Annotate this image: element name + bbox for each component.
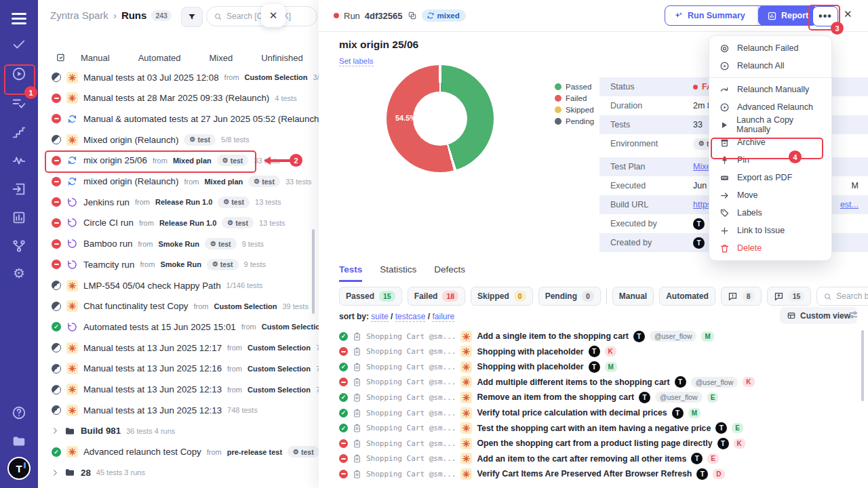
run-list-item[interactable]: Jenkins runfrom Release Run 1.0⚙test13 t… — [38, 192, 319, 211]
close-runs-panel-button[interactable]: ✕ — [261, 4, 285, 27]
run-list-item[interactable]: ✓Automated tests at 15 Jun 2025 15:01fro… — [38, 317, 319, 336]
chevron-right-icon[interactable] — [52, 469, 59, 476]
test-row[interactable]: ✓ Shopping Cart @sm... Test the shopping… — [339, 422, 854, 435]
test-row[interactable]: ✓ Shopping Cart @sm... Add a single item… — [339, 329, 854, 343]
run-list-item[interactable]: Manual & automated tests at 27 Jun 2025 … — [38, 109, 319, 128]
run-list-item[interactable]: mix origin 25/06from Mixed plan⚙test33 t… — [38, 151, 319, 170]
run-list-item[interactable]: ✓Advanced relaunch test Copyfrom pre-rel… — [38, 443, 319, 462]
copy-icon[interactable] — [408, 11, 417, 20]
menu-item-pin[interactable]: Pin — [709, 151, 831, 169]
menu-item-export-as-pdf[interactable]: PDFExport as PDF — [709, 169, 831, 186]
check-icon[interactable] — [10, 35, 28, 53]
avatar: T — [691, 453, 703, 464]
run-list-item[interactable]: 28 45 tests 3 runs — [38, 463, 319, 482]
set-labels-link[interactable]: Set labels — [339, 57, 374, 66]
runs-tab-mixed[interactable]: Mixed — [210, 53, 233, 63]
run-list-item[interactable]: Bamboo runfrom Smoke Run⚙test9 tests — [38, 235, 319, 253]
test-row[interactable]: ✓ Shopping Cart @sm... Remove an item fr… — [339, 390, 854, 404]
run-list-item[interactable]: Manual tests at 13 Jun 2025 12:13from Cu… — [38, 380, 319, 399]
sort-by-failure[interactable]: failure — [432, 312, 454, 322]
filter-pending[interactable]: Pending0 — [538, 287, 601, 306]
legend-item: Passed — [555, 83, 594, 91]
sort-by-testcase[interactable]: testcase — [395, 312, 426, 322]
runs-tab-automated[interactable]: Automated — [138, 53, 181, 63]
column-settings-icon[interactable] — [848, 309, 859, 321]
menu-item-advanced-relaunch[interactable]: Advanced Relaunch — [709, 98, 831, 116]
filter-automated[interactable]: Automated — [659, 287, 715, 306]
test-row[interactable]: ✓ Shopping Cart @sm... Shopping with pla… — [339, 360, 854, 373]
filter-skipped[interactable]: Skipped0 — [471, 287, 533, 306]
passed-icon: ✓ — [339, 393, 348, 402]
chevron-right-icon[interactable] — [52, 427, 59, 434]
test-row[interactable]: Shopping Cart @sm... Add multiple differ… — [339, 375, 854, 389]
filter-msg-plus[interactable]: 15 — [767, 287, 812, 306]
test-row[interactable]: ✓ Shopping Cart @sm... Verify total pric… — [339, 406, 854, 420]
filter-button[interactable] — [181, 7, 203, 27]
menu-item-relaunch-manually[interactable]: Relaunch Manually — [709, 81, 831, 98]
run-list-item[interactable]: Circle CI runfrom Release Run 1.0⚙test13… — [38, 214, 319, 232]
menu-item-relaunch-failed[interactable]: Relaunch Failed — [709, 39, 831, 57]
play-circle-icon[interactable] — [10, 65, 28, 83]
close-run-detail-button[interactable]: ✕ — [844, 8, 852, 20]
tests-scrollbar[interactable] — [861, 330, 864, 401]
breadcrumb-app[interactable]: Zyntra Spark — [50, 9, 108, 21]
run-list-item[interactable]: mixed origin (Relaunch)from Mixed plan⚙t… — [38, 172, 319, 191]
run-type-chip[interactable]: mixed — [422, 9, 466, 22]
bar-chart-icon[interactable] — [10, 209, 28, 226]
tab-defects[interactable]: Defects — [434, 264, 465, 282]
filter-manual[interactable]: Manual — [612, 287, 654, 306]
select-runs-icon[interactable] — [56, 52, 66, 63]
menu-item-labels[interactable]: Labels — [709, 204, 831, 222]
run-list-item[interactable]: Teamcity runfrom Smoke Run⚙test9 tests — [38, 255, 319, 274]
runs-tab-unfinished[interactable]: Unfinished — [261, 53, 302, 63]
suite-name: Shopping Cart @sm... — [366, 424, 456, 432]
filter-msg-excl[interactable]: 8 — [721, 287, 762, 306]
menu-item-relaunch-all[interactable]: Relaunch All — [709, 57, 831, 75]
folder-icon[interactable] — [10, 432, 28, 450]
run-list-item[interactable]: Manual tests at 13 Jun 2025 12:16from Cu… — [38, 359, 319, 378]
filter-failed[interactable]: Failed18 — [408, 287, 465, 306]
list-check-icon[interactable] — [10, 95, 28, 113]
menu-item-launch-a-copy-manually[interactable]: Launch a Copy Manually — [709, 116, 831, 134]
sparkle-icon — [673, 11, 684, 21]
avatar[interactable]: T — [7, 457, 31, 480]
test-row[interactable]: Shopping Cart @sm... Add an item to the … — [339, 452, 854, 466]
sort-by-suite[interactable]: suite — [371, 312, 388, 322]
menu-item-archive[interactable]: Archive — [709, 134, 831, 151]
run-list-item[interactable]: Manual tests at 13 Jun 2025 12:17from Cu… — [38, 338, 319, 357]
sign-in-icon[interactable] — [10, 180, 28, 198]
gear-icon[interactable]: ⚙ — [10, 264, 28, 282]
hamburger-menu-icon[interactable] — [10, 9, 28, 27]
run-list-item[interactable]: Mixed origin (Relaunch)⚙test5/8 tests — [38, 130, 319, 149]
filter-passed[interactable]: Passed15 — [339, 287, 402, 306]
run-more-actions-button[interactable]: ••• — [812, 6, 838, 26]
menu-item-move[interactable]: Move — [709, 186, 831, 204]
run-list-item[interactable]: Manual tests at 28 Mar 2025 09:33 (Relau… — [38, 89, 319, 108]
custom-view-button[interactable]: Custom view — [780, 307, 857, 324]
runs-tab-manual[interactable]: Manual — [81, 53, 110, 63]
test-row[interactable]: Shopping Cart @sm... Shopping with place… — [339, 345, 854, 359]
run-list-item[interactable]: Chat functinality test Copyfrom Custom S… — [38, 297, 319, 316]
manual-run-icon — [460, 422, 472, 434]
tests-tabs: TestsStatisticsDefects — [339, 264, 465, 282]
test-row[interactable]: Shopping Cart @sm... Verify Cart Items A… — [339, 467, 854, 481]
test-title: Remove an item from the shopping cart — [477, 392, 634, 402]
tab-tests[interactable]: Tests — [339, 264, 362, 282]
tests-search-input[interactable]: Search by title/mes — [816, 287, 868, 306]
tab-statistics[interactable]: Statistics — [380, 264, 416, 282]
steps-icon[interactable] — [10, 123, 28, 141]
pdf-icon: PDF — [719, 173, 730, 183]
pulse-icon[interactable] — [10, 152, 28, 169]
menu-item-link-to-issue[interactable]: Link to Issue — [709, 222, 831, 239]
menu-item-delete[interactable]: Delete — [709, 239, 831, 257]
run-list-item[interactable]: Build 981 36 tests 4 runs — [38, 422, 319, 441]
run-list-item[interactable]: Manual tests at 03 Jul 2025 12:08from Cu… — [38, 68, 319, 87]
left-scrollbar[interactable] — [312, 229, 315, 314]
report-button[interactable]: Report — [758, 5, 817, 26]
run-list-item[interactable]: Manual tests at 13 Jun 2025 12:13748 tes… — [38, 401, 319, 420]
git-branch-icon[interactable] — [10, 237, 28, 255]
test-row[interactable]: Shopping Cart @sm... Open the shopping c… — [339, 436, 854, 450]
run-list-item[interactable]: LMP-554 05/04 check Happy Path1/146 test… — [38, 276, 319, 295]
msg-plus-icon — [774, 291, 784, 302]
help-circle-icon[interactable] — [10, 404, 28, 422]
